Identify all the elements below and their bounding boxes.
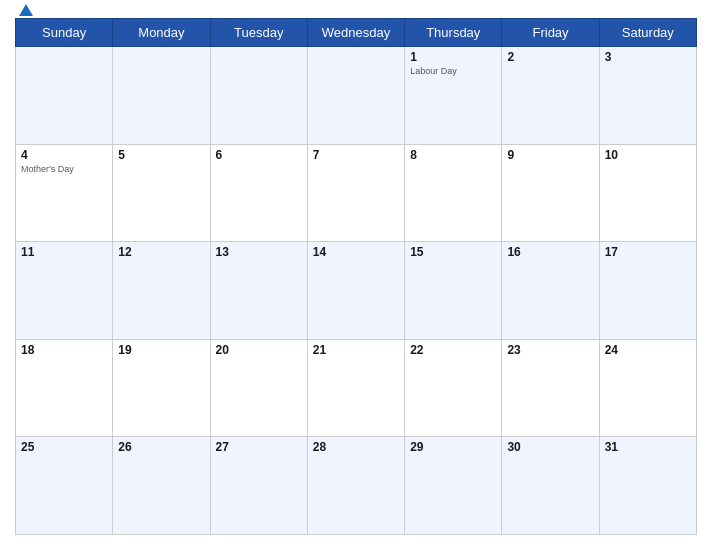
day-number: 22 (410, 343, 496, 357)
day-number: 3 (605, 50, 691, 64)
calendar-cell: 20 (210, 339, 307, 437)
day-number: 19 (118, 343, 204, 357)
calendar-cell: 16 (502, 242, 599, 340)
day-number: 5 (118, 148, 204, 162)
calendar-cell: 27 (210, 437, 307, 535)
week-row-5: 25262728293031 (16, 437, 697, 535)
day-number: 4 (21, 148, 107, 162)
holiday-label: Mother's Day (21, 164, 107, 174)
weekday-header-thursday: Thursday (405, 19, 502, 47)
calendar-cell (307, 47, 404, 145)
calendar-cell: 25 (16, 437, 113, 535)
day-number: 12 (118, 245, 204, 259)
weekday-header-wednesday: Wednesday (307, 19, 404, 47)
calendar-cell (210, 47, 307, 145)
weekday-header-tuesday: Tuesday (210, 19, 307, 47)
calendar-cell: 5 (113, 144, 210, 242)
day-number: 17 (605, 245, 691, 259)
day-number: 9 (507, 148, 593, 162)
weekday-header-monday: Monday (113, 19, 210, 47)
day-number: 13 (216, 245, 302, 259)
day-number: 2 (507, 50, 593, 64)
weekday-header-sunday: Sunday (16, 19, 113, 47)
calendar-cell: 28 (307, 437, 404, 535)
calendar-cell: 14 (307, 242, 404, 340)
calendar-cell: 30 (502, 437, 599, 535)
calendar-cell: 26 (113, 437, 210, 535)
calendar-cell: 21 (307, 339, 404, 437)
day-number: 30 (507, 440, 593, 454)
day-number: 20 (216, 343, 302, 357)
calendar-cell: 10 (599, 144, 696, 242)
calendar-cell: 9 (502, 144, 599, 242)
calendar-cell: 11 (16, 242, 113, 340)
week-row-4: 18192021222324 (16, 339, 697, 437)
day-number: 27 (216, 440, 302, 454)
week-row-3: 11121314151617 (16, 242, 697, 340)
day-number: 1 (410, 50, 496, 64)
calendar-cell: 15 (405, 242, 502, 340)
calendar-cell: 12 (113, 242, 210, 340)
day-number: 21 (313, 343, 399, 357)
calendar-cell: 4Mother's Day (16, 144, 113, 242)
weekday-header-friday: Friday (502, 19, 599, 47)
calendar-cell (16, 47, 113, 145)
holiday-label: Labour Day (410, 66, 496, 76)
day-number: 18 (21, 343, 107, 357)
day-number: 29 (410, 440, 496, 454)
calendar-cell: 6 (210, 144, 307, 242)
day-number: 24 (605, 343, 691, 357)
day-number: 6 (216, 148, 302, 162)
day-number: 15 (410, 245, 496, 259)
calendar-cell: 13 (210, 242, 307, 340)
day-number: 31 (605, 440, 691, 454)
calendar-cell: 19 (113, 339, 210, 437)
calendar-cell: 8 (405, 144, 502, 242)
calendar-cell: 1Labour Day (405, 47, 502, 145)
day-number: 26 (118, 440, 204, 454)
calendar-cell: 18 (16, 339, 113, 437)
day-number: 28 (313, 440, 399, 454)
day-number: 23 (507, 343, 593, 357)
calendar-cell: 7 (307, 144, 404, 242)
calendar-cell: 29 (405, 437, 502, 535)
calendar-cell: 23 (502, 339, 599, 437)
calendar-cell: 2 (502, 47, 599, 145)
calendar-cell (113, 47, 210, 145)
calendar-cell: 17 (599, 242, 696, 340)
calendar-cell: 3 (599, 47, 696, 145)
week-row-2: 4Mother's Day5678910 (16, 144, 697, 242)
calendar-cell: 24 (599, 339, 696, 437)
calendar-cell: 31 (599, 437, 696, 535)
day-number: 11 (21, 245, 107, 259)
calendar-cell: 22 (405, 339, 502, 437)
day-number: 7 (313, 148, 399, 162)
day-number: 25 (21, 440, 107, 454)
day-number: 14 (313, 245, 399, 259)
logo-blue (15, 4, 33, 16)
logo (15, 4, 33, 16)
day-number: 10 (605, 148, 691, 162)
weekday-header-row: SundayMondayTuesdayWednesdayThursdayFrid… (16, 19, 697, 47)
calendar-table: SundayMondayTuesdayWednesdayThursdayFrid… (15, 18, 697, 535)
week-row-1: 1Labour Day23 (16, 47, 697, 145)
weekday-header-saturday: Saturday (599, 19, 696, 47)
day-number: 16 (507, 245, 593, 259)
day-number: 8 (410, 148, 496, 162)
logo-triangle-icon (19, 4, 33, 16)
